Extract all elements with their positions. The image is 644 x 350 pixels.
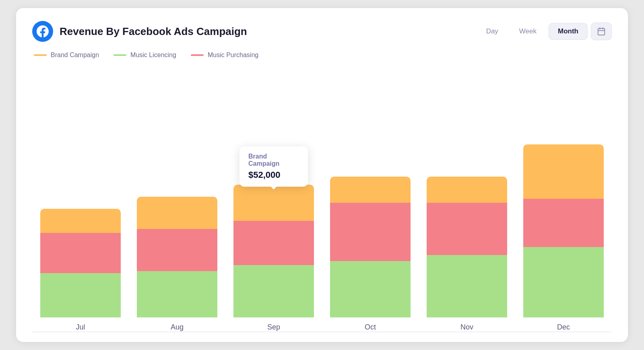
legend-item-purchasing: Music Purchasing: [191, 51, 258, 59]
calendar-button[interactable]: [591, 23, 612, 40]
bar-month-label-jul: Jul: [76, 323, 85, 331]
bar-group-aug[interactable]: Aug: [129, 197, 225, 331]
bar-purchasing-dec: [523, 199, 604, 247]
bar-brand-jul: [40, 209, 121, 233]
bar-month-label-dec: Dec: [557, 323, 570, 331]
day-button[interactable]: Day: [477, 23, 507, 39]
bar-licencing-dec: [523, 247, 604, 317]
bar-purchasing-aug: [137, 229, 217, 271]
header: Revenue By Facebook Ads Campaign Day Wee…: [32, 21, 612, 42]
week-button[interactable]: Week: [510, 23, 545, 39]
facebook-logo: [32, 21, 53, 42]
bar-purchasing-jul: [40, 233, 121, 273]
month-button[interactable]: Month: [549, 23, 588, 40]
legend-item-licencing: Music Licencing: [114, 51, 176, 59]
tooltip-value: $52,000: [248, 170, 299, 180]
tooltip: Brand Campaign$52,000: [239, 146, 308, 187]
bar-licencing-oct: [330, 261, 411, 317]
time-controls: Day Week Month: [477, 23, 612, 40]
bar-group-oct[interactable]: Oct: [322, 177, 419, 331]
calendar-icon: [597, 27, 606, 36]
bar-stack-jul: [40, 209, 121, 317]
bar-licencing-jul: [40, 273, 121, 317]
bar-brand-aug: [137, 197, 217, 229]
bar-month-label-sep: Sep: [267, 323, 280, 331]
bar-purchasing-sep: [233, 221, 314, 265]
bar-brand-oct: [330, 177, 411, 203]
bar-month-label-nov: Nov: [460, 323, 473, 331]
bar-stack-aug: [137, 197, 217, 317]
svg-rect-0: [598, 29, 605, 35]
x-axis-line: [32, 331, 612, 332]
tooltip-title: Brand Campaign: [248, 153, 299, 167]
chart-area: JulAugBrand Campaign$52,000SepOctNovDec: [32, 67, 612, 332]
bar-licencing-aug: [137, 271, 217, 317]
purchasing-legend-label: Music Purchasing: [208, 51, 258, 59]
bar-stack-sep: [233, 185, 314, 317]
dashboard-card: Revenue By Facebook Ads Campaign Day Wee…: [16, 8, 628, 342]
page-title: Revenue By Facebook Ads Campaign: [60, 25, 247, 38]
brand-legend-line: [34, 54, 47, 56]
bar-group-nov[interactable]: Nov: [419, 177, 515, 331]
bar-month-label-oct: Oct: [365, 323, 376, 331]
bar-purchasing-oct: [330, 203, 411, 261]
bar-purchasing-nov: [427, 203, 507, 255]
chart-legend: Brand Campaign Music Licencing Music Pur…: [32, 51, 612, 59]
bar-stack-oct: [330, 177, 411, 317]
bar-brand-sep: [233, 185, 314, 221]
bar-licencing-sep: [233, 265, 314, 317]
bar-month-label-aug: Aug: [171, 323, 184, 331]
bar-stack-dec: [523, 144, 604, 317]
bar-brand-nov: [427, 177, 507, 203]
bar-group-sep[interactable]: Brand Campaign$52,000Sep: [225, 185, 322, 331]
bar-brand-dec: [523, 144, 604, 199]
licencing-legend-line: [114, 54, 126, 56]
bar-group-jul[interactable]: Jul: [32, 209, 129, 331]
legend-item-brand: Brand Campaign: [34, 51, 99, 59]
bar-group-dec[interactable]: Dec: [515, 144, 612, 331]
header-left: Revenue By Facebook Ads Campaign: [32, 21, 247, 42]
bar-stack-nov: [427, 177, 507, 317]
brand-legend-label: Brand Campaign: [51, 51, 99, 59]
licencing-legend-label: Music Licencing: [130, 51, 176, 59]
purchasing-legend-line: [191, 54, 204, 56]
bars-container: JulAugBrand Campaign$52,000SepOctNovDec: [32, 67, 612, 331]
bar-licencing-nov: [427, 255, 507, 317]
